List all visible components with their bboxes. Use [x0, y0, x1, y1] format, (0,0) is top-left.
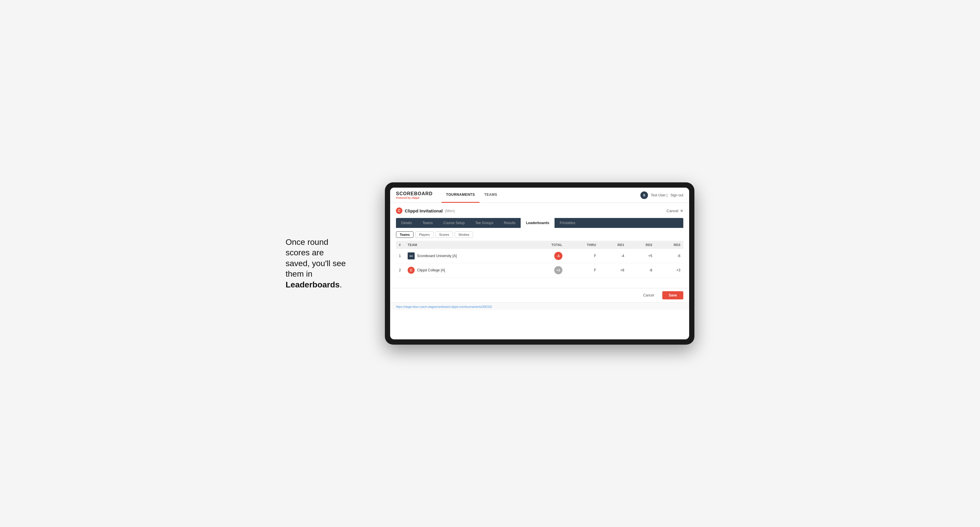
- rank-2: 2: [396, 263, 405, 278]
- tab-details[interactable]: Details: [396, 218, 417, 228]
- page-wrapper: Once round scores are saved, you'll see …: [286, 183, 694, 344]
- rd2-2: -8: [627, 263, 655, 278]
- col-rd3: RD3: [655, 241, 683, 249]
- logo-area: SCOREBOARD Powered by clippd: [396, 191, 433, 199]
- nav-right: S Test User | Sign out: [640, 191, 683, 199]
- table-row: 1 SU Scoreboard University [A] -5 F: [396, 249, 683, 263]
- footer-save-button[interactable]: Save: [662, 291, 683, 299]
- col-rank: #: [396, 241, 405, 249]
- total-2: +3: [528, 263, 565, 278]
- table-row: 2 C Clippd College [A] +3 F: [396, 263, 683, 278]
- desc-line2: scores are: [286, 248, 324, 257]
- col-thru: THRU: [565, 241, 599, 249]
- close-icon: ✕: [680, 209, 683, 213]
- rd3-2: +3: [655, 263, 683, 278]
- tournament-header: C Clippd Invitational (Men) Cancel ✕: [396, 208, 683, 214]
- desc-line4: them in: [286, 269, 312, 278]
- col-rd1: RD1: [599, 241, 627, 249]
- tournament-logo: C: [396, 208, 402, 214]
- tournament-name: Clippd Invitational: [405, 208, 443, 213]
- leaderboard-table: # TEAM TOTAL THRU RD1 RD2 RD3 1: [396, 241, 683, 278]
- nav-teams[interactable]: TEAMS: [479, 187, 502, 203]
- score-badge-over: +3: [554, 266, 562, 274]
- team-name-1: SU Scoreboard University [A]: [405, 249, 528, 263]
- cancel-button-top[interactable]: Cancel ✕: [667, 209, 683, 213]
- nav-links: TOURNAMENTS TEAMS: [442, 187, 640, 203]
- desc-line5-bold: Leaderboards: [286, 280, 340, 289]
- tab-results[interactable]: Results: [498, 218, 521, 228]
- status-bar: https://stage-blue-coach.stagescoreboard…: [390, 302, 689, 310]
- thru-2: F: [565, 263, 599, 278]
- nav-tournaments[interactable]: TOURNAMENTS: [442, 187, 480, 203]
- top-nav: SCOREBOARD Powered by clippd TOURNAMENTS…: [390, 187, 689, 203]
- tab-printables[interactable]: Printables: [555, 218, 581, 228]
- tablet-device: SCOREBOARD Powered by clippd TOURNAMENTS…: [385, 183, 694, 344]
- tab-tee-groups[interactable]: Tee Groups: [470, 218, 498, 228]
- col-rd2: RD2: [627, 241, 655, 249]
- team-logo-c: C: [408, 267, 415, 274]
- col-team: TEAM: [405, 241, 528, 249]
- team-logo-su: SU: [408, 252, 415, 259]
- rd3-1: -6: [655, 249, 683, 263]
- logo-title: SCOREBOARD: [396, 191, 433, 196]
- total-1: -5: [528, 249, 565, 263]
- filter-players[interactable]: Players: [415, 232, 434, 238]
- logo-sub: Powered by clippd: [396, 196, 433, 199]
- footer-cancel-button[interactable]: Cancel: [638, 291, 659, 299]
- sign-out-link[interactable]: Sign out: [670, 193, 683, 197]
- tournament-category: (Men): [445, 209, 455, 213]
- rd2-1: +5: [627, 249, 655, 263]
- desc-line1: Once round: [286, 238, 328, 246]
- team-name-2: C Clippd College [A]: [405, 263, 528, 278]
- tab-course-setup[interactable]: Course Setup: [438, 218, 470, 228]
- score-badge-under: -5: [554, 252, 562, 260]
- tournament-title-row: C Clippd Invitational (Men): [396, 208, 455, 214]
- status-url: https://stage-blue-coach.stagescoreboard…: [396, 305, 492, 308]
- filter-scores[interactable]: Scores: [435, 232, 453, 238]
- footer-bar: Cancel Save: [390, 288, 689, 302]
- desc-line3: saved, you'll see: [286, 259, 346, 268]
- rd1-2: +8: [599, 263, 627, 278]
- content-area: C Clippd Invitational (Men) Cancel ✕ Det…: [390, 203, 689, 282]
- filter-strokes[interactable]: Strokes: [455, 232, 473, 238]
- col-total: TOTAL: [528, 241, 565, 249]
- user-avatar: S: [640, 191, 648, 199]
- left-description: Once round scores are saved, you'll see …: [286, 237, 368, 290]
- tab-leaderboards[interactable]: Leaderboards: [521, 218, 554, 228]
- table-header-row: # TEAM TOTAL THRU RD1 RD2 RD3: [396, 241, 683, 249]
- filter-teams[interactable]: Teams: [396, 232, 414, 238]
- tab-teams[interactable]: Teams: [417, 218, 438, 228]
- filter-row: Teams Players Scores Strokes: [396, 228, 683, 241]
- rd1-1: -4: [599, 249, 627, 263]
- user-name: Test User |: [651, 193, 668, 197]
- rank-1: 1: [396, 249, 405, 263]
- tabs-bar: Details Teams Course Setup Tee Groups Re…: [396, 218, 683, 228]
- thru-1: F: [565, 249, 599, 263]
- tablet-screen: SCOREBOARD Powered by clippd TOURNAMENTS…: [390, 187, 689, 340]
